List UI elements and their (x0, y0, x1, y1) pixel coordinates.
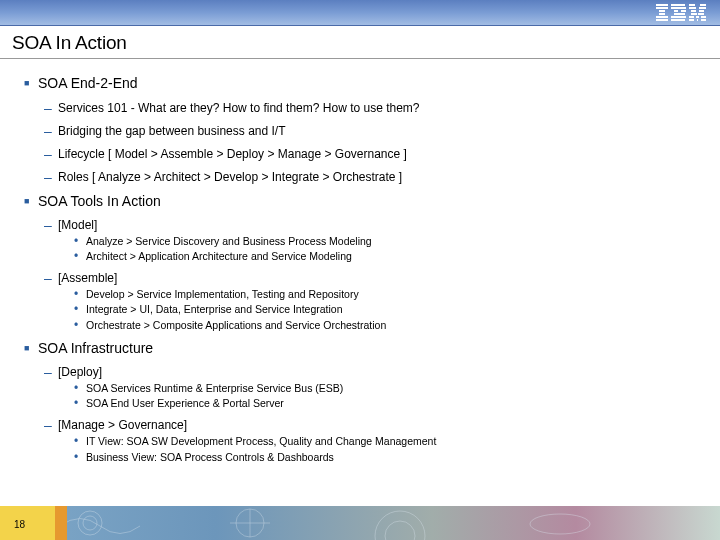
section-heading: SOA Tools In Action (24, 193, 710, 211)
bullet-item: [Deploy] (44, 365, 710, 380)
page-title: SOA In Action (0, 26, 720, 59)
svg-rect-5 (656, 19, 668, 21)
sub-bullet-item: Analyze > Service Discovery and Business… (74, 235, 710, 248)
bullet-item: Lifecycle [ Model > Assemble > Deploy > … (44, 147, 710, 162)
svg-rect-2 (659, 10, 665, 12)
sub-bullet-item: Architect > Application Architecture and… (74, 250, 710, 263)
svg-rect-3 (659, 13, 665, 15)
svg-rect-8 (674, 10, 678, 12)
svg-rect-0 (656, 4, 668, 6)
svg-rect-6 (671, 4, 685, 6)
ibm-logo-icon (656, 4, 706, 26)
bullet-item: [Assemble] (44, 271, 710, 286)
sub-bullet-item: Integrate > UI, Data, Enterprise and Ser… (74, 303, 710, 316)
svg-rect-23 (696, 16, 699, 18)
sub-bullet-item: Orchestrate > Composite Applications and… (74, 319, 710, 332)
svg-rect-35 (0, 506, 55, 540)
svg-rect-25 (689, 19, 694, 21)
section-heading: SOA End-2-End (24, 75, 710, 93)
svg-rect-15 (700, 4, 706, 6)
svg-rect-28 (0, 506, 720, 540)
bullet-item: Services 101 - What are they? How to fin… (44, 101, 710, 116)
top-banner (0, 0, 720, 26)
sub-bullet-item: Develop > Service Implementation, Testin… (74, 288, 710, 301)
svg-rect-20 (691, 13, 697, 15)
svg-rect-1 (656, 7, 668, 9)
svg-rect-18 (691, 10, 696, 12)
svg-rect-27 (701, 19, 706, 21)
svg-rect-17 (699, 7, 706, 9)
bullet-item: [Model] (44, 218, 710, 233)
sub-bullet-item: SOA Services Runtime & Enterprise Servic… (74, 382, 710, 395)
svg-rect-14 (689, 4, 695, 6)
sub-bullet-item: IT View: SOA SW Development Process, Qua… (74, 435, 710, 448)
svg-rect-9 (681, 10, 686, 12)
svg-rect-21 (698, 13, 704, 15)
sub-bullet-item: SOA End User Experience & Portal Server (74, 397, 710, 410)
svg-rect-19 (699, 10, 704, 12)
section-heading: SOA Infrastructure (24, 340, 710, 358)
svg-rect-16 (689, 7, 696, 9)
page-number: 18 (14, 519, 25, 530)
sub-bullet-item: Business View: SOA Process Controls & Da… (74, 451, 710, 464)
bullet-item: Bridging the gap between business and I/… (44, 124, 710, 139)
svg-rect-7 (671, 7, 686, 9)
content-area: SOA End-2-End Services 101 - What are th… (0, 59, 720, 464)
bullet-item: Roles [ Analyze > Architect > Develop > … (44, 170, 710, 185)
svg-rect-10 (674, 13, 685, 15)
svg-rect-24 (701, 16, 706, 18)
svg-rect-12 (671, 16, 686, 18)
svg-rect-26 (697, 19, 698, 21)
svg-rect-13 (671, 19, 685, 21)
svg-rect-22 (689, 16, 694, 18)
bullet-item: [Manage > Governance] (44, 418, 710, 433)
footer-strip (0, 506, 720, 540)
svg-rect-4 (656, 16, 668, 18)
svg-rect-36 (55, 506, 67, 540)
